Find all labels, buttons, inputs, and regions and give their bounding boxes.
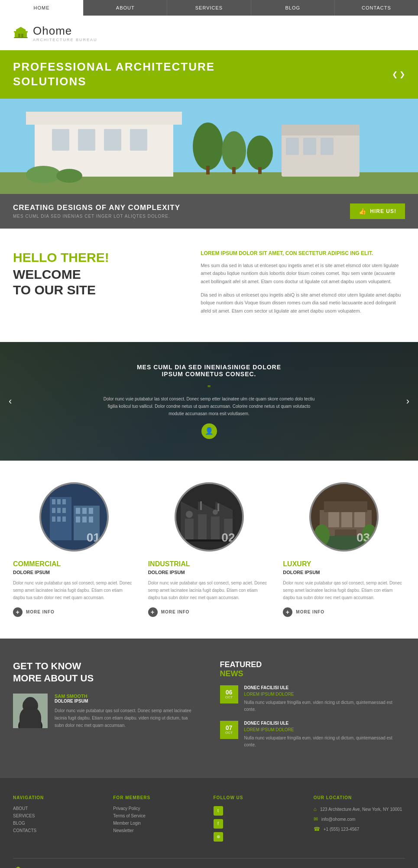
welcome-hello: HELLO THERE! [13, 250, 183, 265]
svg-rect-66 [13, 694, 48, 728]
twitter-icon: t [214, 806, 223, 816]
svg-point-15 [193, 123, 223, 170]
testimonial-prev-button[interactable]: ‹ [9, 396, 12, 407]
service-subtitle-3: DOLORE IPSUM [283, 570, 405, 575]
nav-item-services[interactable]: SERVICES [167, 0, 251, 16]
footer-members-title: FOR MEMBERS [113, 795, 204, 800]
hero-title: PROFESSIONAL ARCHITECTURE SOLUTIONS [13, 60, 215, 89]
svg-rect-38 [62, 516, 66, 522]
service-num-1: 01 [87, 531, 100, 545]
svg-rect-49 [211, 516, 220, 540]
welcome-section: HELLO THERE! WELCOME TO OUR SITE LOREM I… [0, 229, 418, 342]
svg-point-17 [222, 131, 246, 170]
hire-us-button[interactable]: 👍 HIRE US! [350, 203, 405, 219]
social-twitter[interactable]: t [214, 806, 305, 816]
person-card: SAM SMOOTH DOLORE IPSUM Dolor nunc vuie … [13, 694, 198, 729]
testimonial-section: ‹ MES CUML DIA SED INENIASINIGE DOLORE I… [0, 342, 418, 461]
footer-link-blog[interactable]: BLOG [13, 821, 104, 826]
footer-link-about[interactable]: ABOUT [13, 806, 104, 811]
footer-location-title: OUR LOCATION [314, 795, 405, 800]
svg-rect-42 [89, 508, 93, 514]
footer-link-login[interactable]: Member Login [113, 821, 204, 826]
social-rss[interactable]: ⊛ [214, 832, 305, 842]
location-phone-text: +1 (555) 123-4567 [324, 826, 360, 833]
footer-social-col: FOLLOW US t f ⊛ [214, 795, 305, 845]
person-avatar [13, 694, 48, 728]
footer-link-terms[interactable]: Terms of Service [113, 813, 204, 818]
person-role: DOLORE IPSUM [55, 699, 198, 703]
footer-nav-col: NAVIGATION ABOUT SERVICES BLOG CONTACTS [13, 795, 104, 845]
service-num-2: 02 [221, 531, 235, 545]
svg-rect-59 [328, 512, 339, 527]
news-sub-1: LOREM IPSUM DOLORE [244, 692, 405, 697]
news-sub-2: LOREM IPSUM DOLORE [244, 727, 405, 732]
svg-rect-60 [341, 512, 352, 527]
svg-marker-73 [15, 866, 22, 868]
service-title-2: INDUSTRIAL [148, 560, 270, 568]
more-info-button-2[interactable]: + MORE INFO [148, 607, 190, 617]
svg-rect-37 [57, 516, 61, 522]
svg-rect-61 [354, 512, 365, 527]
svg-rect-26 [321, 138, 334, 155]
svg-rect-58 [324, 501, 367, 512]
rss-icon: ⊛ [214, 832, 223, 842]
about-right: FEATURED NEWS 06 OCT DONEC FACILISI ULE … [220, 660, 405, 756]
location-address-text: 123 Architecture Ave, New York, NY 10001 [320, 806, 402, 813]
more-info-button-1[interactable]: + MORE INFO [13, 607, 55, 617]
hero-next-arrow[interactable]: ❯ [399, 70, 405, 78]
quote-open: " [207, 384, 211, 394]
site-header: Ohome ARCHITECTURE BUREAU [0, 16, 418, 50]
logo[interactable]: Ohome ARCHITECTURE BUREAU [13, 24, 97, 42]
facebook-icon: f [214, 819, 223, 829]
nav-item-blog[interactable]: BLOG [251, 0, 335, 16]
svg-rect-27 [282, 125, 360, 136]
news-text-1: Nulla nunc volupatare fringilla eum. vid… [244, 699, 405, 713]
service-circle-3: 03 [309, 482, 379, 552]
nav-item-home[interactable]: HOME [0, 0, 84, 16]
footer-link-contacts[interactable]: CONTACTS [13, 828, 104, 833]
location-email-text: info@ohome.com [321, 816, 356, 823]
svg-rect-32 [62, 499, 66, 504]
news-title-2: DONEC FACILISI ULE [244, 721, 405, 726]
svg-rect-47 [185, 519, 194, 540]
svg-point-52 [186, 511, 193, 518]
svg-marker-3 [16, 27, 26, 30]
svg-rect-69 [26, 712, 35, 714]
footer-link-services[interactable]: SERVICES [13, 813, 104, 818]
footer-nav-title: NAVIGATION [13, 795, 104, 800]
svg-rect-16 [206, 166, 210, 174]
welcome-title: WELCOME TO OUR SITE [13, 267, 183, 298]
cta-strip: CREATING DESIGNS OF ANY COMPLEXITY MES C… [0, 194, 418, 229]
svg-point-64 [314, 524, 330, 546]
svg-rect-30 [52, 499, 55, 504]
service-circle-2: 02 [175, 482, 244, 552]
svg-point-68 [18, 716, 42, 728]
news-text-2: Nulla nunc volupatare fringilla eum. vid… [244, 735, 405, 749]
service-card-luxury: 03 LUXURY DOLORE IPSUM Dolor nunc vuie p… [283, 482, 405, 617]
service-num-3: 03 [356, 531, 370, 545]
location-email: ✉ info@ohome.com [314, 816, 405, 823]
about-section: GET TO KNOW MORE ABOUT US SAM SMOOTH DOL… [0, 639, 418, 778]
social-facebook[interactable]: f [214, 819, 305, 829]
svg-rect-43 [76, 516, 80, 523]
service-title-1: COMMERCIAL [13, 560, 135, 568]
service-title-3: LUXURY [283, 560, 405, 568]
svg-rect-6 [14, 37, 28, 38]
nav-item-contacts[interactable]: CONTACTS [335, 0, 418, 16]
location-phone: ☎ +1 (555) 123-4567 [314, 826, 405, 833]
footer-logo-icon [13, 865, 23, 868]
svg-rect-18 [232, 167, 236, 174]
plus-icon-1: + [13, 607, 23, 617]
phone-icon: ☎ [314, 826, 320, 832]
nav-item-about[interactable]: ABOUT [84, 0, 167, 16]
svg-rect-13 [104, 129, 121, 151]
hero-prev-arrow[interactable]: ❮ [392, 70, 398, 78]
service-text-1: Dolor nunc vuie putabatur qas sol consec… [13, 579, 135, 601]
svg-rect-14 [130, 129, 147, 151]
testimonial-next-button[interactable]: › [406, 396, 409, 407]
svg-rect-25 [303, 138, 316, 155]
footer-link-privacy[interactable]: Privacy Policy [113, 806, 204, 811]
more-info-button-3[interactable]: + MORE INFO [283, 607, 324, 617]
footer-link-newsletter[interactable]: Newsletter [113, 828, 204, 833]
email-icon: ✉ [314, 816, 318, 822]
